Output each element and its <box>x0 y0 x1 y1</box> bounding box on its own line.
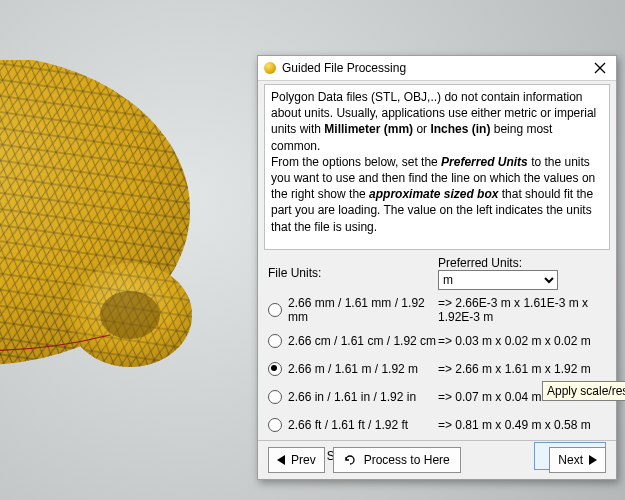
file-units-option-label: 2.66 mm / 1.61 mm / 1.92 mm <box>288 296 438 324</box>
radio-icon <box>268 362 282 376</box>
radio-icon <box>268 303 282 317</box>
dialog-titlebar[interactable]: Guided File Processing <box>258 56 616 81</box>
process-icon <box>344 454 358 466</box>
file-units-option-3[interactable]: 2.66 in / 1.61 in / 1.92 in <box>268 386 438 408</box>
radio-icon <box>268 334 282 348</box>
file-units-label: File Units: <box>268 266 321 280</box>
close-icon <box>594 62 606 74</box>
preferred-units-select[interactable]: m <box>438 270 558 290</box>
file-units-option-0[interactable]: 2.66 mm / 1.61 mm / 1.92 mm <box>268 299 438 321</box>
file-units-option-1[interactable]: 2.66 cm / 1.61 cm / 1.92 cm <box>268 330 438 352</box>
svg-point-1 <box>0 60 190 365</box>
preferred-units-label: Preferred Units: <box>438 256 522 270</box>
process-to-here-button[interactable]: Process to Here <box>333 447 461 473</box>
file-units-option-label: 2.66 ft / 1.61 ft / 1.92 ft <box>288 418 408 432</box>
3d-viewport[interactable]: Guided File Processing Polygon Data file… <box>0 0 625 500</box>
apply-tooltip: Apply scale/resize to <box>542 381 625 401</box>
file-units-option-2[interactable]: 2.66 m / 1.61 m / 1.92 m <box>268 358 438 380</box>
svg-point-3 <box>68 263 192 367</box>
file-units-option-label: 2.66 m / 1.61 m / 1.92 m <box>288 362 418 376</box>
converted-size-2: => 2.66 m x 1.61 m x 1.92 m <box>438 362 606 376</box>
guided-file-processing-dialog: Guided File Processing Polygon Data file… <box>257 55 617 480</box>
units-form: File Units: Preferred Units: m 2.66 mm /… <box>258 250 616 470</box>
file-units-option-label: 2.66 cm / 1.61 cm / 1.92 cm <box>288 334 436 348</box>
wizard-footer: Prev Process to Here Next <box>258 440 616 479</box>
close-button[interactable] <box>590 62 610 74</box>
svg-point-5 <box>100 291 160 339</box>
file-units-option-4[interactable]: 2.66 ft / 1.61 ft / 1.92 ft <box>268 414 438 436</box>
radio-icon <box>268 390 282 404</box>
arrow-right-icon <box>589 455 597 465</box>
polygon-mesh-preview <box>0 60 240 420</box>
file-units-option-label: 2.66 in / 1.61 in / 1.92 in <box>288 390 416 404</box>
dialog-title: Guided File Processing <box>282 56 590 80</box>
svg-point-2 <box>0 60 190 365</box>
next-button[interactable]: Next <box>549 447 606 473</box>
arrow-left-icon <box>277 455 285 465</box>
svg-point-4 <box>68 263 192 367</box>
dialog-icon <box>264 62 276 74</box>
converted-size-4: => 0.81 m x 0.49 m x 0.58 m <box>438 418 606 432</box>
prev-button[interactable]: Prev <box>268 447 325 473</box>
radio-icon <box>268 418 282 432</box>
instruction-text: Polygon Data files (STL, OBJ,..) do not … <box>264 84 610 250</box>
converted-size-0: => 2.66E-3 m x 1.61E-3 m x 1.92E-3 m <box>438 296 606 324</box>
converted-size-1: => 0.03 m x 0.02 m x 0.02 m <box>438 334 606 348</box>
